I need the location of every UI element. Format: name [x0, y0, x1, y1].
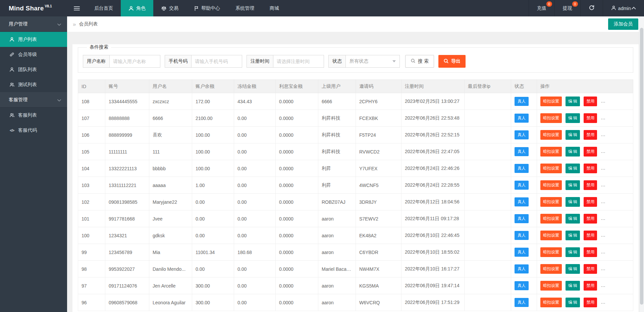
status-badge[interactable]: 真人: [515, 147, 529, 156]
sidebar-item-member-level[interactable]: 会员等级: [0, 47, 67, 62]
status-badge[interactable]: 真人: [515, 231, 529, 240]
status-badge[interactable]: 真人: [515, 214, 529, 223]
hidden-deduct-settings-button[interactable]: 暗扣设置: [540, 130, 562, 140]
hidden-deduct-settings-button[interactable]: 暗扣设置: [540, 197, 562, 207]
edit-button[interactable]: 编 辑: [566, 197, 580, 207]
bank-card-info-button[interactable]: 银行卡信息: [601, 264, 626, 274]
nav-item-dashboard[interactable]: 后台首页: [87, 0, 121, 16]
add-member-button[interactable]: 添加会员: [608, 18, 638, 30]
refresh-button[interactable]: [580, 0, 603, 16]
edit-button[interactable]: 编 辑: [566, 231, 580, 240]
sidebar-section-user-management[interactable]: 用户管理: [0, 16, 67, 32]
more-actions[interactable]: ...: [630, 249, 633, 254]
edit-button[interactable]: 编 辑: [566, 264, 580, 274]
bank-card-info-button[interactable]: 银行卡信息: [601, 164, 626, 173]
menu-toggle-icon[interactable]: [67, 0, 87, 16]
more-actions[interactable]: ...: [630, 199, 633, 204]
scrollbar-thumb[interactable]: [640, 28, 643, 305]
more-actions[interactable]: ...: [630, 98, 633, 104]
disable-button[interactable]: 禁用: [584, 197, 597, 207]
nav-item-help[interactable]: 帮助中心: [186, 0, 228, 16]
bank-card-info-button[interactable]: 银行卡信息: [601, 130, 626, 140]
status-badge[interactable]: 真人: [515, 281, 529, 290]
phone-input[interactable]: [191, 55, 242, 68]
status-badge[interactable]: 真人: [515, 264, 529, 273]
disable-button[interactable]: 禁用: [584, 231, 597, 240]
disable-button[interactable]: 禁用: [584, 298, 597, 307]
edit-button[interactable]: 编 辑: [566, 281, 580, 291]
status-badge[interactable]: 真人: [515, 130, 529, 139]
edit-button[interactable]: 编 辑: [566, 247, 580, 257]
status-badge[interactable]: 真人: [515, 248, 529, 257]
disable-button[interactable]: 禁用: [584, 130, 597, 140]
disable-button[interactable]: 禁用: [584, 214, 597, 224]
hidden-deduct-settings-button[interactable]: 暗扣设置: [540, 113, 562, 123]
more-actions[interactable]: ...: [630, 182, 633, 187]
disable-button[interactable]: 禁用: [584, 113, 597, 123]
disable-button[interactable]: 禁用: [584, 97, 597, 106]
bank-card-info-button[interactable]: 银行卡信息: [601, 113, 626, 123]
disable-button[interactable]: 禁用: [584, 247, 597, 257]
reg-time-input[interactable]: [273, 55, 324, 68]
bank-card-info-button[interactable]: 银行卡信息: [601, 231, 626, 240]
nav-item-roles[interactable]: 角色: [121, 0, 153, 16]
status-select[interactable]: 所有状态: [345, 55, 400, 68]
edit-button[interactable]: 编 辑: [566, 147, 580, 157]
edit-button[interactable]: 编 辑: [566, 180, 580, 190]
sidebar-item-support-code[interactable]: </> 客服代码: [0, 123, 67, 138]
nav-item-mall[interactable]: 商城: [262, 0, 287, 16]
more-actions[interactable]: ...: [630, 299, 633, 305]
bank-card-info-button[interactable]: 银行卡信息: [601, 180, 626, 190]
sidebar-item-test-list[interactable]: 测试列表: [0, 77, 67, 92]
status-badge[interactable]: 真人: [515, 164, 529, 173]
edit-button[interactable]: 编 辑: [566, 113, 580, 123]
nav-item-system[interactable]: 系统管理: [228, 0, 262, 16]
hidden-deduct-settings-button[interactable]: 暗扣设置: [540, 164, 562, 173]
edit-button[interactable]: 编 辑: [566, 214, 580, 224]
disable-button[interactable]: 禁用: [584, 180, 597, 190]
edit-button[interactable]: 编 辑: [566, 97, 580, 106]
recharge-button[interactable]: 充值 0: [529, 0, 554, 16]
withdraw-button[interactable]: 提现 0: [554, 0, 580, 16]
bank-card-info-button[interactable]: 银行卡信息: [601, 97, 626, 106]
edit-button[interactable]: 编 辑: [566, 130, 580, 140]
sidebar-item-support-list[interactable]: 客服列表: [0, 108, 67, 123]
username-input[interactable]: [109, 55, 160, 68]
hidden-deduct-settings-button[interactable]: 暗扣设置: [540, 298, 562, 307]
status-badge[interactable]: 真人: [515, 197, 529, 206]
edit-button[interactable]: 编 辑: [566, 298, 580, 307]
disable-button[interactable]: 禁用: [584, 147, 597, 157]
more-actions[interactable]: ...: [630, 215, 633, 221]
bank-card-info-button[interactable]: 银行卡信息: [601, 197, 626, 207]
hidden-deduct-settings-button[interactable]: 暗扣设置: [540, 231, 562, 240]
bank-card-info-button[interactable]: 银行卡信息: [601, 147, 626, 157]
nav-item-trade[interactable]: 交易: [153, 0, 186, 16]
hidden-deduct-settings-button[interactable]: 暗扣设置: [540, 214, 562, 224]
hidden-deduct-settings-button[interactable]: 暗扣设置: [540, 264, 562, 274]
more-actions[interactable]: ...: [630, 148, 633, 154]
search-button[interactable]: 搜 索: [405, 55, 434, 68]
bank-card-info-button[interactable]: 银行卡信息: [601, 214, 626, 224]
edit-button[interactable]: 编 辑: [566, 164, 580, 173]
more-actions[interactable]: ...: [630, 165, 633, 171]
status-badge[interactable]: 真人: [515, 114, 529, 123]
status-badge[interactable]: 真人: [515, 298, 529, 307]
user-menu[interactable]: admin: [603, 0, 644, 16]
hidden-deduct-settings-button[interactable]: 暗扣设置: [540, 247, 562, 257]
sidebar-item-team-list[interactable]: 团队列表: [0, 62, 67, 77]
hidden-deduct-settings-button[interactable]: 暗扣设置: [540, 97, 562, 106]
more-actions[interactable]: ...: [630, 132, 633, 137]
more-actions[interactable]: ...: [630, 266, 633, 271]
hidden-deduct-settings-button[interactable]: 暗扣设置: [540, 147, 562, 157]
bank-card-info-button[interactable]: 银行卡信息: [601, 298, 626, 307]
sidebar-section-support-management[interactable]: 客服管理: [0, 92, 67, 108]
more-actions[interactable]: ...: [630, 232, 633, 238]
hidden-deduct-settings-button[interactable]: 暗扣设置: [540, 281, 562, 291]
bank-card-info-button[interactable]: 银行卡信息: [601, 247, 626, 257]
status-badge[interactable]: 真人: [515, 181, 529, 190]
status-badge[interactable]: 真人: [515, 97, 529, 106]
disable-button[interactable]: 禁用: [584, 164, 597, 173]
hidden-deduct-settings-button[interactable]: 暗扣设置: [540, 180, 562, 190]
page-scrollbar[interactable]: [639, 16, 644, 312]
export-button[interactable]: 导出: [438, 55, 466, 68]
